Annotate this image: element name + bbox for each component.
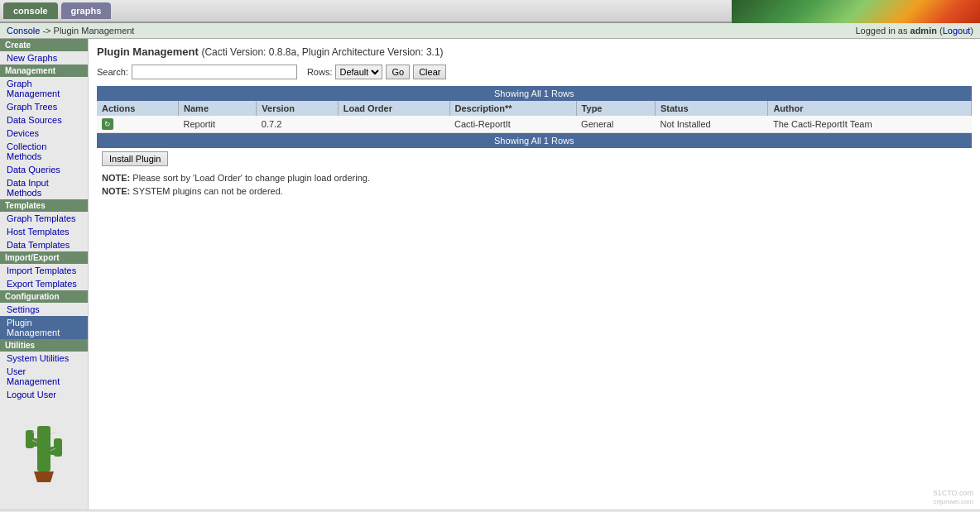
sidebar-item-user-management[interactable]: User Management (0, 365, 88, 388)
watermark: 51CTO.comcnjunwei.com (934, 489, 973, 505)
search-input[interactable] (132, 65, 297, 79)
row-status: Not Installed (655, 116, 767, 133)
row-type: General (576, 116, 655, 133)
row-author: The Cacti-ReportIt Team (768, 116, 972, 133)
svg-line-8 (50, 432, 55, 434)
note-system-plugins: NOTE: SYSTEM plugins can not be ordered. (102, 186, 967, 196)
row-actions: ↻ (97, 116, 179, 133)
col-header-load-order: Load Order (338, 101, 449, 116)
col-header-description: Description** (449, 101, 576, 116)
console-tab[interactable]: console (3, 2, 58, 19)
breadcrumb: Console -> Plugin Management (7, 26, 134, 36)
row-description: Cacti-ReportIt (449, 116, 576, 133)
search-bar: Search: Rows: Default 10 20 50 Go Clear (97, 65, 972, 79)
sidebar-item-data-sources[interactable]: Data Sources (0, 113, 88, 127)
sidebar-section-utilities: Utilities (0, 339, 88, 352)
content-area: Plugin Management (Cacti Version: 0.8.8a… (89, 39, 980, 510)
row-load-order (338, 116, 449, 133)
logged-in-info: Logged in as admin (Logout) (855, 26, 973, 36)
sidebar-item-devices[interactable]: Devices (0, 127, 88, 140)
showing-rows-footer: Showing All 1 Rows (97, 133, 972, 149)
graphs-tab[interactable]: graphs (61, 2, 112, 19)
showing-rows-header-top: Showing All 1 Rows (97, 86, 972, 101)
logout-link[interactable]: Logout (943, 26, 971, 36)
col-header-actions: Actions (97, 101, 179, 116)
rows-label: Rows: (307, 67, 333, 77)
sidebar-item-plugin-management[interactable]: Plugin Management (0, 316, 88, 339)
col-header-version: Version (257, 101, 338, 116)
go-button[interactable]: Go (386, 65, 410, 79)
sidebar: Create New Graphs Management Graph Manag… (0, 39, 89, 510)
sidebar-item-new-graphs[interactable]: New Graphs (0, 51, 88, 65)
sidebar-item-system-utilities[interactable]: System Utilities (0, 352, 88, 365)
sidebar-item-graph-management[interactable]: Graph Management (0, 77, 88, 100)
table-row: ↻ Reportit 0.7.2 Cacti-ReportIt General … (97, 116, 972, 133)
breadcrumb-separator: -> (42, 26, 53, 36)
sidebar-item-settings[interactable]: Settings (0, 303, 88, 316)
col-header-author: Author (768, 101, 972, 116)
breadcrumb-console-link[interactable]: Console (7, 26, 40, 36)
breadcrumb-current: Plugin Management (54, 26, 135, 36)
plugin-table: Showing All 1 Rows Actions Name Version … (97, 86, 972, 148)
clear-button[interactable]: Clear (413, 65, 446, 79)
search-label: Search: (97, 67, 128, 77)
row-name: Reportit (179, 116, 257, 133)
row-version: 0.7.2 (257, 116, 338, 133)
svg-rect-2 (26, 430, 34, 448)
sidebar-section-templates: Templates (0, 199, 88, 212)
col-header-type: Type (576, 101, 655, 116)
refresh-icon[interactable]: ↻ (102, 118, 113, 130)
sidebar-item-graph-trees[interactable]: Graph Trees (0, 100, 88, 113)
sidebar-section-configuration: Configuration (0, 290, 88, 303)
sidebar-item-data-queries[interactable]: Data Queries (0, 163, 88, 176)
sidebar-item-graph-templates[interactable]: Graph Templates (0, 212, 88, 225)
rows-select[interactable]: Default 10 20 50 (335, 65, 382, 79)
sidebar-item-export-templates[interactable]: Export Templates (0, 277, 88, 290)
sidebar-section-management: Management (0, 65, 88, 77)
svg-marker-5 (34, 471, 54, 482)
sidebar-section-import-export: Import/Export (0, 251, 88, 264)
col-header-status: Status (655, 101, 767, 116)
page-subtitle: (Cacti Version: 0.8.8a, Plugin Architect… (201, 46, 443, 58)
sidebar-item-logout-user[interactable]: Logout User (0, 388, 88, 401)
note-load-order: NOTE: Please sort by 'Load Order' to cha… (102, 173, 967, 183)
sidebar-item-data-templates[interactable]: Data Templates (0, 238, 88, 251)
sidebar-section-create: Create (0, 39, 88, 51)
sidebar-item-host-templates[interactable]: Host Templates (0, 225, 88, 238)
sidebar-item-collection-methods[interactable]: Collection Methods (0, 140, 88, 163)
svg-rect-0 (37, 426, 50, 471)
sidebar-item-data-input-methods[interactable]: Data Input Methods (0, 176, 88, 199)
svg-rect-4 (54, 438, 62, 457)
install-plugin-button[interactable]: Install Plugin (102, 151, 168, 166)
table-header-row: Actions Name Version Load Order Descript… (97, 101, 972, 116)
page-title: Plugin Management (Cacti Version: 0.8.8a… (97, 45, 972, 58)
sidebar-item-import-templates[interactable]: Import Templates (0, 264, 88, 277)
col-header-name: Name (179, 101, 257, 116)
cactus-logo (0, 401, 88, 492)
